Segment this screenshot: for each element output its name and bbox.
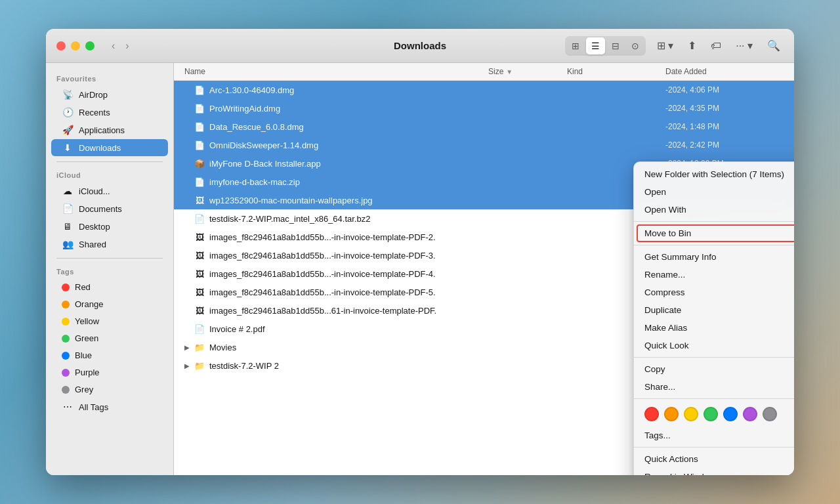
sidebar-item-label: iCloud... [79, 186, 110, 196]
sidebar-item-green[interactable]: Green [51, 330, 168, 346]
sidebar-divider [56, 161, 163, 162]
orange-color-dot[interactable] [664, 407, 679, 421]
context-menu-label: New Folder with Selection (7 Items) [644, 169, 784, 179]
file-name: iMyFone D-Back Installer.app [209, 159, 665, 169]
icloud-label: iCloud [46, 167, 173, 182]
search-button[interactable]: 🔍 [764, 36, 784, 55]
sidebar-item-all-tags[interactable]: ⋯ All Tags [51, 398, 168, 415]
minimize-button[interactable] [71, 41, 80, 51]
forward-button[interactable]: › [121, 37, 133, 54]
img-file-icon: 🖼 [194, 231, 205, 243]
context-menu-compress[interactable]: Compress [634, 284, 794, 301]
sidebar-item-purple[interactable]: Purple [51, 364, 168, 381]
sidebar-item-orange[interactable]: Orange [51, 296, 168, 312]
airdrop-icon: 📡 [62, 89, 74, 100]
more-button[interactable]: ··· ▾ [732, 36, 756, 55]
context-menu-label: Move to Bin [644, 228, 691, 238]
context-menu-make-alias[interactable]: Make Alias [634, 319, 794, 337]
purple-color-dot[interactable] [743, 407, 757, 421]
file-name: Movies [209, 343, 665, 352]
context-menu-open[interactable]: Open [634, 183, 794, 201]
tag-button[interactable]: 🏷 [707, 37, 724, 55]
group-by-button[interactable]: ⊞ ▾ [654, 36, 677, 55]
dmg-file-icon: 📄 [194, 102, 205, 114]
file-date: -2024, 1:48 PM [665, 122, 784, 131]
table-row[interactable]: 📄 ProWritingAid.dmg -2024, 4:35 PM [174, 99, 794, 117]
dmg-file-icon: 📄 [194, 139, 205, 151]
size-column-header[interactable]: Size ▼ [488, 67, 567, 76]
context-menu-label: Copy [644, 364, 665, 374]
sidebar-item-shared[interactable]: 👥 Shared [51, 236, 168, 253]
img-file-icon: 🖼 [194, 249, 205, 261]
file-name: images_f8c29461a8ab1dd55b...61-in-invoic… [209, 306, 665, 316]
sidebar-item-documents[interactable]: 📄 Documents [51, 200, 168, 217]
sidebar-item-red[interactable]: Red [51, 279, 168, 295]
context-menu-label: Compress [644, 287, 685, 297]
date-column-header[interactable]: Date Added [665, 67, 784, 76]
sidebar-item-icloud[interactable]: ☁ iCloud... [51, 182, 168, 200]
context-menu-copy[interactable]: Copy [634, 360, 794, 378]
green-color-dot[interactable] [704, 407, 718, 421]
sidebar-item-airdrop[interactable]: 📡 AirDrop [51, 86, 168, 103]
context-menu-move-to-bin[interactable]: Move to Bin [637, 224, 794, 242]
desktop-icon: 🖥 [62, 221, 74, 232]
green-tag-dot [62, 335, 70, 343]
zip-file-icon: 📄 [194, 176, 205, 188]
app-file-icon: 📦 [194, 158, 205, 169]
context-menu-separator-5 [634, 447, 794, 448]
table-row[interactable]: 📄 Arc-1.30.0-46409.dmg -2024, 4:06 PM [174, 81, 794, 99]
grey-color-dot[interactable] [763, 407, 777, 421]
context-menu-get-summary[interactable]: Get Summary Info [634, 248, 794, 266]
context-menu-quick-look[interactable]: Quick Look [634, 337, 794, 354]
context-menu-share[interactable]: Share... [634, 378, 794, 396]
sidebar-item-desktop[interactable]: 🖥 Desktop [51, 218, 168, 235]
list-view-button[interactable]: ☰ [586, 37, 605, 54]
context-menu-reveal-in-windows[interactable]: Reveal in Windows [634, 468, 794, 475]
context-menu-separator [634, 221, 794, 222]
yellow-color-dot[interactable] [684, 407, 698, 421]
img-file-icon: 🖼 [194, 268, 205, 280]
file-name: ProWritingAid.dmg [209, 104, 665, 114]
gallery-view-button[interactable]: ⊙ [626, 37, 644, 54]
applications-icon: 🚀 [62, 125, 74, 135]
back-button[interactable]: ‹ [108, 37, 119, 54]
file-date: -2024, 4:35 PM [665, 104, 784, 113]
context-menu-tags[interactable]: Tags... [634, 427, 794, 444]
sidebar-item-applications[interactable]: 🚀 Applications [51, 121, 168, 138]
context-menu-quick-actions[interactable]: Quick Actions › [634, 450, 794, 468]
column-view-button[interactable]: ⊟ [606, 37, 625, 54]
red-color-dot[interactable] [644, 407, 659, 421]
file-name: Data_Rescue_6.0.8.dmg [209, 122, 665, 132]
close-button[interactable] [56, 41, 66, 51]
blue-tag-dot [62, 352, 70, 360]
context-menu-rename[interactable]: Rename... [634, 266, 794, 284]
sidebar-item-downloads[interactable]: ⬇ Downloads [51, 139, 168, 156]
disclosure-triangle[interactable]: ▶ [184, 362, 194, 369]
context-menu-separator-4 [634, 398, 794, 399]
share-button[interactable]: ⬆ [684, 36, 700, 55]
sort-arrow-icon: ▼ [506, 68, 513, 75]
context-menu-label: Rename... [644, 270, 685, 280]
icon-view-button[interactable]: ⊞ [566, 37, 585, 54]
table-row[interactable]: 📄 Data_Rescue_6.0.8.dmg -2024, 1:48 PM [174, 117, 794, 136]
sidebar-item-grey[interactable]: Grey [51, 381, 168, 398]
sidebar-item-recents[interactable]: 🕐 Recents [51, 104, 168, 121]
sidebar-item-yellow[interactable]: Yellow [51, 313, 168, 329]
context-menu-label: Open [644, 187, 666, 197]
maximize-button[interactable] [85, 41, 94, 51]
sidebar-item-blue[interactable]: Blue [51, 347, 168, 364]
disclosure-triangle[interactable]: ▶ [184, 344, 194, 351]
downloads-icon: ⬇ [62, 142, 74, 153]
jpg-file-icon: 🖼 [194, 194, 205, 206]
table-row[interactable]: 📄 OmniDiskSweeper-1.14.dmg -2024, 2:42 P… [174, 136, 794, 154]
name-column-header[interactable]: Name [184, 67, 488, 76]
kind-column-header[interactable]: Kind [567, 67, 665, 76]
blue-color-dot[interactable] [723, 407, 738, 421]
red-tag-dot [62, 284, 70, 291]
context-menu-duplicate[interactable]: Duplicate [634, 301, 794, 319]
sidebar-item-label: Blue [75, 350, 92, 360]
context-menu-new-folder[interactable]: New Folder with Selection (7 Items) [634, 165, 794, 183]
context-menu-open-with[interactable]: Open With › [634, 201, 794, 219]
titlebar: ‹ › Downloads ⊞ ☰ ⊟ ⊙ ⊞ ▾ ⬆ 🏷 ··· ▾ 🔍 [46, 29, 794, 63]
context-menu-label: Quick Actions [644, 454, 698, 464]
